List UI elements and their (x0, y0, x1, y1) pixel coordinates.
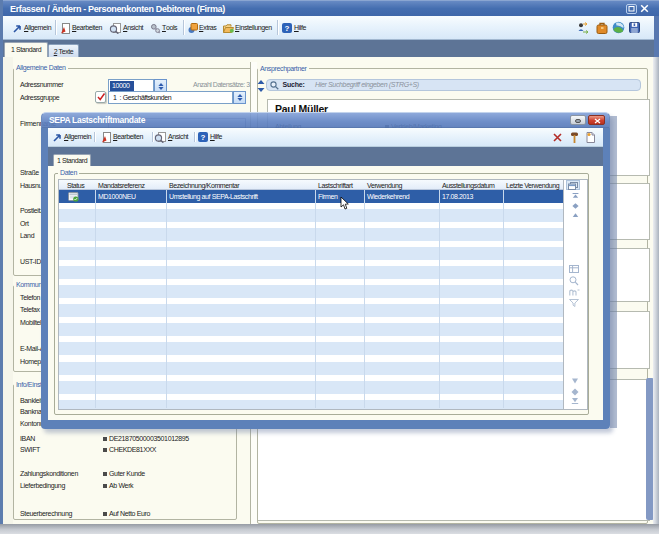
svg-text:?: ? (201, 133, 206, 142)
svg-text:?: ? (285, 24, 290, 33)
